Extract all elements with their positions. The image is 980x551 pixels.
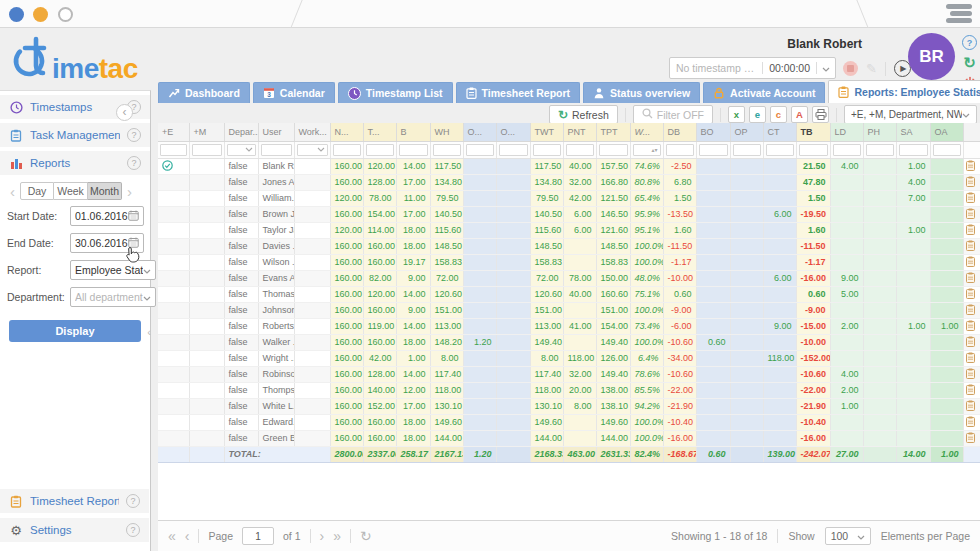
tab-activate-account[interactable]: Activate Account — [703, 82, 825, 103]
column-filter-input[interactable] — [766, 144, 794, 156]
tab-status-overview[interactable]: Status overview — [583, 82, 700, 103]
column-filter-input[interactable] — [566, 144, 594, 156]
column-filter-input[interactable] — [192, 144, 222, 156]
row-detail-icon[interactable] — [963, 398, 980, 414]
last-page-icon[interactable]: » — [333, 529, 341, 543]
period-prev-icon[interactable]: ‹ — [7, 184, 18, 199]
column-filter-input[interactable] — [833, 144, 861, 156]
hamburger-menu-icon[interactable] — [946, 4, 972, 25]
column-header-user[interactable]: User — [258, 123, 294, 141]
column-header-t[interactable]: T... — [363, 123, 396, 141]
column-header-n[interactable]: N... — [330, 123, 363, 141]
help-icon[interactable]: ? — [127, 128, 141, 142]
column-filter-input[interactable] — [699, 144, 728, 156]
column-header-w[interactable]: W... — [630, 123, 663, 141]
calendar-icon[interactable] — [128, 210, 139, 223]
prev-page-icon[interactable]: ‹ — [185, 529, 190, 543]
row-detail-icon[interactable] — [963, 414, 980, 430]
column-header-ct[interactable]: CT — [763, 123, 796, 141]
column-filter-input[interactable] — [333, 144, 361, 156]
column-header-actions[interactable] — [963, 123, 980, 141]
row-detail-icon[interactable] — [963, 270, 980, 286]
row-detail-icon[interactable] — [963, 158, 980, 174]
column-header-depar[interactable]: Depar... — [224, 123, 258, 141]
column-filter-input[interactable] — [733, 144, 761, 156]
help-icon[interactable]: ? — [126, 523, 140, 537]
export-e-icon[interactable]: e — [749, 106, 766, 123]
column-filter-input[interactable] — [899, 144, 928, 156]
table-row[interactable]: falseThomps...160.00140.0012.00118.00118… — [158, 382, 980, 398]
reload-grid-icon[interactable]: ↻ — [360, 529, 372, 543]
first-page-icon[interactable]: « — [168, 529, 176, 543]
period-day-button[interactable]: Day — [20, 182, 54, 200]
row-detail-icon[interactable] — [963, 430, 980, 446]
timestamp-control[interactable]: No timestamp run... 00:00:00 — [669, 57, 836, 79]
export-c-icon[interactable]: c — [770, 106, 787, 123]
tab-reports-employee-statistics[interactable]: Reports: Employee Statistics× — [828, 80, 980, 103]
stop-timestamp-icon[interactable] — [843, 61, 858, 76]
column-header-o[interactable]: O... — [496, 123, 530, 141]
department-select[interactable]: All department — [70, 287, 156, 307]
row-detail-icon[interactable] — [963, 302, 980, 318]
table-row[interactable]: falseJohnson...160.00160.009.00151.00151… — [158, 302, 980, 318]
next-page-icon[interactable]: › — [320, 529, 325, 543]
edit-timestamp-icon[interactable]: ✎ — [866, 61, 877, 76]
table-row[interactable]: falseTaylor Jay120.00114.0018.00115.6011… — [158, 222, 980, 238]
avatar[interactable]: BR — [908, 33, 955, 80]
end-date-input[interactable]: 30.06.2016 — [70, 233, 144, 253]
table-row[interactable]: falseGreen B...160.00160.0018.00144.0014… — [158, 430, 980, 446]
column-filter-input[interactable] — [261, 144, 292, 156]
column-filter-input[interactable] — [433, 144, 461, 156]
calendar-icon[interactable] — [128, 237, 139, 250]
table-row[interactable]: falseRobinso...160.00128.0014.00117.4011… — [158, 366, 980, 382]
column-filter-input[interactable] — [160, 144, 187, 156]
traffic-light-orange-icon[interactable] — [33, 7, 48, 22]
display-button[interactable]: Display — [9, 320, 141, 342]
sidebar-item-timesheet-report[interactable]: Timesheet Report ? — [0, 489, 149, 513]
column-header-tpt[interactable]: TPT — [596, 123, 630, 141]
pdf-export-icon[interactable]: A — [791, 106, 808, 123]
period-week-button[interactable]: Week — [54, 182, 88, 200]
excel-export-icon[interactable]: x — [728, 106, 745, 123]
table-row[interactable]: falseEvans A...160.0082.009.0072.0072.00… — [158, 270, 980, 286]
column-filter-input[interactable] — [227, 144, 256, 156]
table-row[interactable]: falseJones A...160.00128.0017.00134.8013… — [158, 174, 980, 190]
table-row[interactable]: falseRoberts...160.00119.0014.00113.0011… — [158, 318, 980, 334]
table-row[interactable]: falseWhite L...160.00152.0017.00130.1013… — [158, 398, 980, 414]
traffic-light-blue-icon[interactable] — [9, 7, 24, 22]
refresh-button[interactable]: ↻ Refresh — [549, 105, 618, 124]
column-filter-input[interactable] — [466, 144, 494, 156]
row-detail-icon[interactable] — [963, 318, 980, 334]
tab-timestamp-list[interactable]: Timestamp List — [338, 82, 453, 103]
help-icon[interactable]: ? — [126, 494, 140, 508]
table-row[interactable]: falseThomas...160.00120.0014.00120.60120… — [158, 286, 980, 302]
table-row[interactable]: falseWright ...160.0042.001.008.008.0011… — [158, 350, 980, 366]
column-filter-input[interactable] — [866, 144, 894, 156]
tab-calendar[interactable]: 3Calendar — [253, 82, 335, 103]
sidebar-item-reports[interactable]: Reports ? — [0, 151, 150, 175]
sidebar-item-settings[interactable]: ⚙ Settings ? — [0, 518, 149, 542]
column-filter-input[interactable] — [499, 144, 528, 156]
column-header-o[interactable]: O... — [463, 123, 496, 141]
row-detail-icon[interactable] — [963, 206, 980, 222]
row-detail-icon[interactable] — [963, 286, 980, 302]
table-row[interactable]: falseWalker ...160.00160.0018.00148.201.… — [158, 334, 980, 350]
report-select[interactable]: Employee Stat — [70, 260, 156, 280]
row-detail-icon[interactable] — [963, 334, 980, 350]
chevron-down-icon[interactable] — [816, 62, 835, 74]
column-header-pnt[interactable]: PNT — [563, 123, 596, 141]
row-detail-icon[interactable] — [963, 174, 980, 190]
column-header-m[interactable]: +M — [189, 123, 224, 141]
row-detail-icon[interactable] — [963, 190, 980, 206]
table-row[interactable]: falseWilson ...160.00160.0019.17158.8315… — [158, 254, 980, 270]
column-filter-input[interactable] — [297, 144, 328, 156]
column-header-oa[interactable]: OA — [930, 123, 963, 141]
tab-timesheet-report[interactable]: Timesheet Report — [456, 82, 581, 103]
row-detail-icon[interactable] — [963, 350, 980, 366]
row-detail-icon[interactable] — [963, 382, 980, 398]
page-size-select[interactable]: 100 — [825, 527, 871, 545]
column-header-bo[interactable]: BO — [696, 123, 730, 141]
sidebar-resize-handle[interactable]: ‹ — [147, 326, 151, 338]
columns-dropdown[interactable]: +E, +M, Department, NWH, — [844, 105, 977, 124]
column-header-work[interactable]: Work... — [294, 123, 330, 141]
